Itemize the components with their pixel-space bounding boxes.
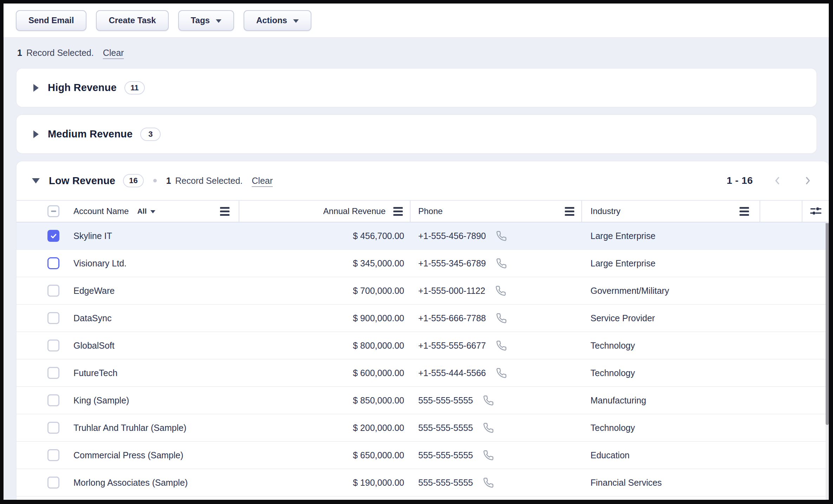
table-row[interactable]: GlobalSoft$ 800,000.00+1-555-555-6677Tec… <box>17 332 829 360</box>
select-all-checkbox[interactable] <box>47 205 59 217</box>
annual-revenue-cell: $ 800,000.00 <box>239 332 411 359</box>
table-row[interactable]: DataSync$ 900,000.00+1-555-666-7788Servi… <box>17 305 829 332</box>
row-checkbox[interactable] <box>47 394 59 406</box>
create-task-button[interactable]: Create Task <box>96 10 168 31</box>
column-menu-icon[interactable] <box>393 207 403 216</box>
phone-number[interactable]: +1-555-345-6789 <box>418 258 486 269</box>
phone-number[interactable]: +1-555-444-5566 <box>418 368 486 378</box>
phone-cell: +1-555-666-7788 <box>411 305 582 331</box>
group-medium-revenue[interactable]: Medium Revenue 3 <box>16 114 817 154</box>
column-menu-icon[interactable] <box>220 207 230 216</box>
phone-number[interactable]: 555-555-5555 <box>418 450 473 460</box>
phone-number[interactable]: 555-555-5555 <box>418 423 473 433</box>
clear-selection-link[interactable]: Clear <box>103 48 124 58</box>
account-name-cell[interactable]: Visionary Ltd. <box>67 250 239 277</box>
app-window: Send Email Create Task Tags Actions 1 Re… <box>4 4 829 500</box>
account-name-cell[interactable]: GlobalSoft <box>67 332 239 359</box>
row-checkbox[interactable] <box>47 230 59 242</box>
row-spacer-cell <box>760 387 802 414</box>
header-industry[interactable]: Industry <box>582 201 760 222</box>
phone-icon[interactable] <box>496 231 507 241</box>
header-annual-revenue[interactable]: Annual Revenue <box>239 201 411 222</box>
account-name-cell[interactable]: EdgeWare <box>67 277 239 304</box>
industry-cell: Large Enterprise <box>582 222 760 249</box>
account-name-cell[interactable]: Commercial Press (Sample) <box>67 442 239 469</box>
phone-icon[interactable] <box>483 477 494 488</box>
phone-cell: 555-555-5555 <box>411 414 582 441</box>
table-row[interactable]: Morlong Associates (Sample)$ 190,000.005… <box>17 469 829 497</box>
account-name-cell[interactable]: FutureTech <box>67 360 239 386</box>
phone-number[interactable]: +1-555-555-6677 <box>418 341 486 351</box>
account-name-cell[interactable]: King (Sample) <box>67 387 239 414</box>
table-row[interactable]: Skyline IT$ 456,700.00+1-555-456-7890Lar… <box>17 222 829 250</box>
phone-icon[interactable] <box>495 285 506 296</box>
table-row[interactable]: FutureTech$ 600,000.00+1-555-444-5566Tec… <box>17 360 829 387</box>
table-row[interactable]: Visionary Ltd.$ 345,000.00+1-555-345-678… <box>17 250 829 277</box>
column-settings-icon[interactable] <box>809 205 822 218</box>
annual-revenue-cell: $ 190,000.00 <box>239 469 411 496</box>
account-name-cell[interactable]: Truhlar And Truhlar (Sample) <box>67 414 239 441</box>
phone-icon[interactable] <box>483 395 494 406</box>
row-checkbox[interactable] <box>47 312 59 324</box>
table-row[interactable]: Commercial Press (Sample)$ 650,000.00555… <box>17 442 829 469</box>
column-menu-icon[interactable] <box>565 207 574 216</box>
row-checkbox[interactable] <box>47 285 59 297</box>
phone-cell: +1-555-000-1122 <box>411 277 582 304</box>
prev-page-icon[interactable] <box>772 175 783 186</box>
annual-revenue-cell: $ 345,000.00 <box>239 250 411 277</box>
account-name-cell[interactable]: Skyline IT <box>67 222 239 249</box>
row-spacer-cell <box>760 332 802 359</box>
row-action-cell <box>802 222 829 249</box>
phone-number[interactable]: +1-555-000-1122 <box>418 286 485 296</box>
row-action-cell <box>802 469 829 496</box>
table-row[interactable]: King (Sample)$ 850,000.00555-555-5555Man… <box>17 387 829 414</box>
group-low-revenue: Low Revenue 16 1 Record Selected. Clear … <box>16 161 829 500</box>
group-high-revenue[interactable]: High Revenue 11 <box>16 68 817 108</box>
next-page-icon[interactable] <box>802 175 813 186</box>
row-checkbox[interactable] <box>47 449 59 461</box>
phone-cell: +1-555-345-6789 <box>411 250 582 277</box>
chevron-down-icon <box>216 19 221 23</box>
header-account-name[interactable]: Account Name All <box>67 201 239 222</box>
row-checkbox[interactable] <box>47 257 59 269</box>
column-label: Account Name <box>73 206 129 216</box>
row-checkbox-cell <box>17 277 67 304</box>
phone-number[interactable]: +1-555-666-7788 <box>418 313 486 323</box>
table-row[interactable]: EdgeWare$ 700,000.00+1-555-000-1122Gover… <box>17 277 829 305</box>
phone-icon[interactable] <box>496 368 507 379</box>
disclosure-collapsed-icon[interactable] <box>33 130 39 138</box>
phone-icon[interactable] <box>496 313 507 324</box>
row-checkbox[interactable] <box>47 477 59 489</box>
column-menu-icon[interactable] <box>740 207 749 216</box>
send-email-button[interactable]: Send Email <box>16 10 86 31</box>
phone-icon[interactable] <box>483 422 494 433</box>
industry-cell: Technology <box>582 332 760 359</box>
row-checkbox[interactable] <box>47 367 59 379</box>
disclosure-collapsed-icon[interactable] <box>33 84 39 92</box>
table-row[interactable]: Truhlar And Truhlar (Sample)$ 200,000.00… <box>17 414 829 442</box>
clear-selection-link[interactable]: Clear <box>252 176 273 186</box>
account-name-cell[interactable]: DataSync <box>67 305 239 331</box>
phone-number[interactable]: +1-555-456-7890 <box>418 231 486 241</box>
annual-revenue-cell: $ 700,000.00 <box>239 277 411 304</box>
scrollbar-thumb[interactable] <box>826 223 829 425</box>
header-phone[interactable]: Phone <box>411 201 582 222</box>
group-low-revenue-header[interactable]: Low Revenue 16 1 Record Selected. Clear … <box>17 161 829 201</box>
row-checkbox[interactable] <box>47 340 59 351</box>
tags-dropdown-button[interactable]: Tags <box>178 10 234 31</box>
row-checkbox[interactable] <box>47 422 59 434</box>
account-name-filter-dropdown[interactable]: All <box>137 207 155 215</box>
vertical-scrollbar[interactable] <box>826 222 829 500</box>
disclosure-expanded-icon[interactable] <box>32 178 40 183</box>
phone-number[interactable]: 555-555-5555 <box>418 395 473 406</box>
phone-number[interactable]: 555-555-5555 <box>418 478 473 488</box>
industry-cell: Financial Services <box>582 469 760 496</box>
phone-icon[interactable] <box>496 340 507 351</box>
actions-dropdown-button[interactable]: Actions <box>244 10 311 31</box>
header-checkbox-cell <box>17 201 67 222</box>
tags-label: Tags <box>191 15 210 25</box>
industry-cell: Government/Military <box>582 277 760 304</box>
phone-icon[interactable] <box>483 450 494 461</box>
account-name-cell[interactable]: Morlong Associates (Sample) <box>67 469 239 496</box>
phone-icon[interactable] <box>496 258 507 269</box>
